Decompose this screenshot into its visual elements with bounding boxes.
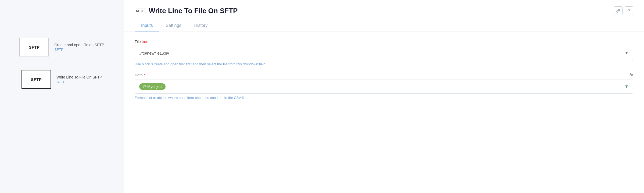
header-icons: ? <box>614 6 633 15</box>
right-panel: SFTP Write Line To File On SFTP ? Inputs <box>124 0 644 193</box>
panel-content: File true ./ftp/newfile1.csv ▼ Use block… <box>124 31 644 108</box>
node-label-sftp-2: SFTP <box>31 77 42 82</box>
node-connector <box>15 56 15 70</box>
tag-label-icon: 🏷 <box>142 85 146 88</box>
node-row-1: SFTP Create and open file on SFTP SFTP <box>19 38 104 56</box>
panel-title-row: SFTP Write Line To File On SFTP ? <box>135 6 633 15</box>
data-field-label: Data * <box>135 73 145 77</box>
panel-title-text: Write Line To File On SFTP <box>149 7 238 15</box>
node-subtitle-2: SFTP <box>56 80 102 84</box>
data-tag-field[interactable]: 🏷 Myobject ▼ <box>135 80 633 94</box>
data-dropdown-arrow: ▼ <box>624 84 629 89</box>
left-panel: SFTP Create and open file on SFTP SFTP S… <box>0 0 124 193</box>
panel-header: SFTP Write Line To File On SFTP ? Inputs <box>124 0 644 31</box>
file-dropdown-value: ./ftp/newfile1.csv <box>139 51 169 55</box>
node-label-sftp-1: SFTP <box>29 45 40 49</box>
node-box-sftp-1[interactable]: SFTP <box>19 38 49 56</box>
panel-title: SFTP Write Line To File On SFTP <box>135 7 238 15</box>
help-button[interactable]: ? <box>625 6 633 15</box>
tag-text: Myobject <box>147 84 162 89</box>
file-dropdown-arrow: ▼ <box>624 51 629 55</box>
file-required-star: true <box>142 40 148 44</box>
file-field-hint: Use block "Create and open file" first a… <box>135 62 633 66</box>
link-icon <box>616 9 620 13</box>
data-label-row: Data * fx <box>135 73 633 77</box>
help-icon: ? <box>628 9 630 13</box>
sftp-badge: SFTP <box>135 9 146 13</box>
node-box-sftp-2[interactable]: SFTP <box>22 70 51 89</box>
node-title-1: Create and open file on SFTP <box>54 43 104 47</box>
node-label-group-2: Write Line To File On SFTP SFTP <box>56 75 102 84</box>
file-field-label: File true <box>135 40 633 44</box>
fx-icon: fx <box>629 73 633 77</box>
data-required-star: * <box>144 73 145 77</box>
tab-history[interactable]: History <box>188 20 214 31</box>
tab-inputs[interactable]: Inputs <box>135 20 159 31</box>
tabs: Inputs Settings History <box>135 20 633 31</box>
data-field-group: Data * fx 🏷 Myobject ▼ Format: list or o… <box>135 73 633 100</box>
data-field-hint: Format: list or object, where each item … <box>135 96 633 100</box>
node-title-2: Write Line To File On SFTP <box>56 75 102 79</box>
data-tag: 🏷 Myobject <box>139 83 166 90</box>
tab-settings[interactable]: Settings <box>159 20 188 31</box>
node-label-group-1: Create and open file on SFTP SFTP <box>54 43 104 52</box>
file-field-group: File true ./ftp/newfile1.csv ▼ Use block… <box>135 40 633 66</box>
node-row-2: SFTP Write Line To File On SFTP SFTP <box>22 70 102 89</box>
link-button[interactable] <box>614 6 622 15</box>
file-dropdown[interactable]: ./ftp/newfile1.csv ▼ <box>135 46 633 60</box>
node-subtitle-1: SFTP <box>54 48 104 52</box>
